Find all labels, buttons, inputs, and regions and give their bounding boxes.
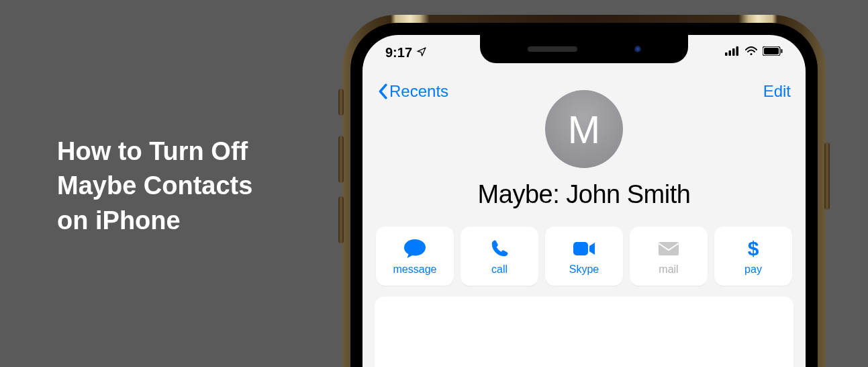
contact-actions-row: message call Skype	[375, 227, 793, 286]
wifi-icon	[744, 46, 758, 58]
volume-up-button	[338, 136, 344, 183]
mail-icon	[657, 237, 680, 260]
svg-text:$: $	[748, 238, 759, 259]
action-label: pay	[744, 263, 762, 276]
volume-down-button	[338, 196, 344, 243]
svg-rect-3	[736, 46, 739, 56]
svg-rect-1	[729, 50, 732, 56]
pay-button[interactable]: $ pay	[714, 227, 792, 286]
svg-rect-2	[732, 48, 735, 56]
action-label: call	[491, 263, 508, 276]
power-button	[824, 142, 830, 210]
svg-rect-6	[781, 49, 783, 53]
contact-card-view: Recents Edit M Maybe: John Smith message	[363, 70, 806, 367]
contact-display-name: Maybe: John Smith	[478, 180, 691, 209]
message-icon	[403, 237, 427, 260]
phone-frame: 9:17	[350, 23, 818, 367]
svg-rect-5	[764, 48, 779, 54]
contact-avatar: M	[545, 90, 623, 168]
speaker-grille	[528, 46, 577, 52]
notch	[480, 35, 688, 63]
action-label: Skype	[569, 263, 599, 276]
mute-switch	[338, 89, 344, 116]
battery-icon	[763, 46, 783, 58]
back-button[interactable]: Recents	[377, 82, 448, 101]
action-label: message	[393, 263, 437, 276]
phone-icon	[489, 237, 510, 260]
phone-mockup: 9:17	[342, 15, 826, 367]
cellular-signal-icon	[725, 46, 740, 58]
info-card	[375, 296, 793, 367]
chevron-left-icon	[377, 83, 388, 99]
dollar-icon: $	[746, 237, 760, 260]
phone-screen: 9:17	[363, 35, 806, 367]
article-headline: How to Turn OffMaybe Contactson iPhone	[57, 134, 252, 238]
svg-rect-8	[659, 242, 679, 255]
edit-button[interactable]: Edit	[763, 82, 791, 101]
svg-rect-0	[725, 52, 728, 56]
svg-rect-7	[573, 242, 588, 255]
video-icon	[572, 237, 596, 260]
front-camera	[634, 46, 641, 52]
status-time: 9:17	[385, 45, 412, 60]
message-button[interactable]: message	[376, 227, 454, 286]
skype-button[interactable]: Skype	[545, 227, 623, 286]
action-label: mail	[659, 263, 678, 276]
mail-button: mail	[630, 227, 708, 286]
back-label: Recents	[389, 82, 448, 101]
call-button[interactable]: call	[461, 227, 538, 286]
location-arrow-icon	[416, 45, 427, 60]
